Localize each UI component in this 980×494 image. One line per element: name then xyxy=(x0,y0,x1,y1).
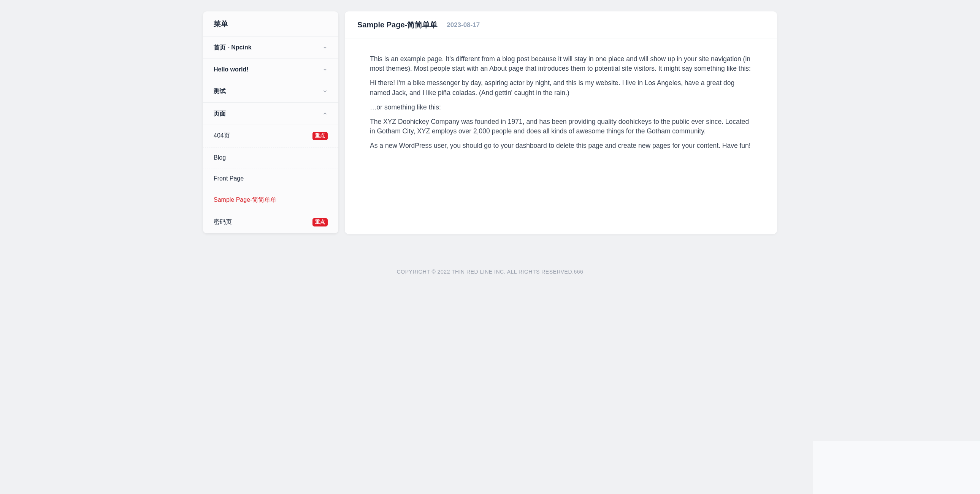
menu-item-home[interactable]: 首页 - Npcink xyxy=(203,37,338,59)
content-paragraph: …or something like this: xyxy=(370,103,752,112)
menu-item-label: 首页 - Npcink xyxy=(214,44,251,52)
sub-item-blog[interactable]: Blog xyxy=(203,148,338,168)
sidebar: 菜单 首页 - Npcink Hello world! 测试 页面 404页 重… xyxy=(203,11,338,233)
main-header: Sample Page-简简单单 2023-08-17 xyxy=(345,11,777,38)
chevron-down-icon xyxy=(322,89,328,94)
menu-item-label: Hello world! xyxy=(214,66,248,73)
sub-item-label: Sample Page-简简单单 xyxy=(214,196,276,204)
sub-item-front-page[interactable]: Front Page xyxy=(203,168,338,189)
sub-item-password-page[interactable]: 密码页 重点 xyxy=(203,211,338,233)
sub-item-label: Blog xyxy=(214,154,226,161)
content-paragraph: Hi there! I'm a bike messenger by day, a… xyxy=(370,78,752,97)
page-date: 2023-08-17 xyxy=(447,21,480,29)
main-body: This is an example page. It's different … xyxy=(345,38,777,172)
menu-item-hello-world[interactable]: Hello world! xyxy=(203,59,338,80)
menu-item-pages[interactable]: 页面 xyxy=(203,103,338,125)
sub-item-sample-page[interactable]: Sample Page-简简单单 xyxy=(203,189,338,211)
menu-item-label: 页面 xyxy=(214,110,226,118)
sub-item-404[interactable]: 404页 重点 xyxy=(203,125,338,148)
sub-item-label: Front Page xyxy=(214,175,244,182)
content-paragraph: The XYZ Doohickey Company was founded in… xyxy=(370,117,752,136)
menu-item-test[interactable]: 测试 xyxy=(203,80,338,103)
sidebar-header: 菜单 xyxy=(203,11,338,37)
content-paragraph: As a new WordPress user, you should go t… xyxy=(370,141,752,151)
sub-item-label: 404页 xyxy=(214,132,230,140)
sub-list-pages: 404页 重点 Blog Front Page Sample Page-简简单单… xyxy=(203,125,338,233)
sub-item-label: 密码页 xyxy=(214,218,232,226)
content-paragraph: This is an example page. It's different … xyxy=(370,54,752,73)
chevron-down-icon xyxy=(322,45,328,50)
footer-copyright: COPYRIGHT © 2022 THIN RED LINE INC. ALL … xyxy=(10,234,970,275)
page-title: Sample Page-简简单单 xyxy=(357,20,438,30)
menu-item-label: 测试 xyxy=(214,87,226,95)
bottom-right-panel xyxy=(813,441,980,494)
main-panel: Sample Page-简简单单 2023-08-17 This is an e… xyxy=(345,11,777,234)
badge-important: 重点 xyxy=(312,132,328,140)
layout: 菜单 首页 - Npcink Hello world! 测试 页面 404页 重… xyxy=(203,11,777,234)
chevron-down-icon xyxy=(322,67,328,72)
badge-important: 重点 xyxy=(312,218,328,227)
chevron-up-icon xyxy=(322,111,328,116)
